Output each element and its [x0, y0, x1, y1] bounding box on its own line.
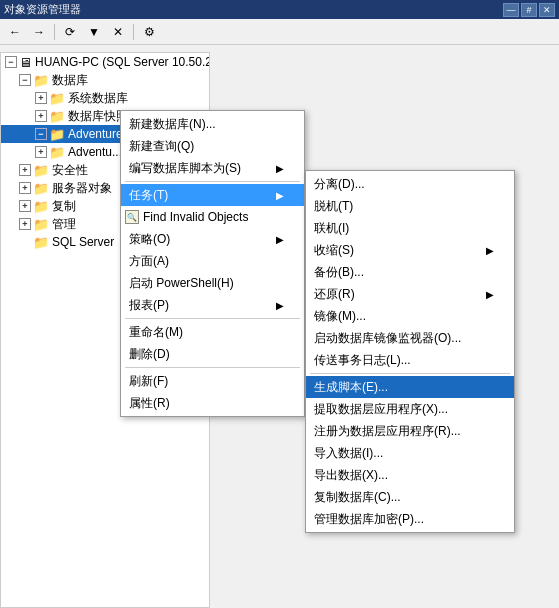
submenu-import-data[interactable]: 导入数据(I)...: [306, 442, 514, 464]
submenu-extract-dac[interactable]: 提取数据层应用程序(X)...: [306, 398, 514, 420]
menu-rename[interactable]: 重命名(M): [121, 321, 304, 343]
expand-databases[interactable]: −: [19, 74, 31, 86]
restore-arrow: ▶: [486, 289, 494, 300]
expand-replication[interactable]: +: [19, 200, 31, 212]
register-dac-label: 注册为数据层应用程序(R)...: [314, 423, 461, 440]
submenu-log-shipping[interactable]: 传送事务日志(L)...: [306, 349, 514, 371]
menu-properties[interactable]: 属性(R): [121, 392, 304, 414]
submenu-backup[interactable]: 备份(B)...: [306, 261, 514, 283]
replication-icon: 📁: [33, 199, 49, 214]
export-data-label: 导出数据(X)...: [314, 467, 388, 484]
submenu-register-dac[interactable]: 注册为数据层应用程序(R)...: [306, 420, 514, 442]
detach-label: 分离(D)...: [314, 176, 365, 193]
new-database-label: 新建数据库(N)...: [129, 116, 216, 133]
extract-dac-label: 提取数据层应用程序(X)...: [314, 401, 448, 418]
databases-label: 数据库: [52, 72, 88, 89]
submenu-shrink[interactable]: 收缩(S) ▶: [306, 239, 514, 261]
menu-new-database[interactable]: 新建数据库(N)...: [121, 113, 304, 135]
powershell-label: 启动 PowerShell(H): [129, 275, 234, 292]
submenu-generate-scripts[interactable]: 生成脚本(E)...: [306, 376, 514, 398]
replication-label: 复制: [52, 198, 76, 215]
expand-security[interactable]: +: [19, 164, 31, 176]
minimize-button[interactable]: —: [503, 3, 519, 17]
forward-button[interactable]: →: [28, 22, 50, 42]
system-db-icon: 📁: [49, 91, 65, 106]
tasks-label: 任务(T): [129, 187, 168, 204]
offline-label: 脱机(T): [314, 198, 353, 215]
adventu-icon: 📁: [49, 145, 65, 160]
submenu-restore[interactable]: 还原(R) ▶: [306, 283, 514, 305]
tree-item-server[interactable]: − 🖥 HUANG-PC (SQL Server 10.50.2500 - Hu…: [1, 53, 209, 71]
submenu-offline[interactable]: 脱机(T): [306, 195, 514, 217]
submenu-mirror[interactable]: 镜像(M)...: [306, 305, 514, 327]
shrink-arrow: ▶: [486, 245, 494, 256]
generate-scripts-label: 生成脚本(E)...: [314, 379, 388, 396]
toolbar-separator-2: [133, 24, 134, 40]
menu-script-db[interactable]: 编写数据库脚本为(S) ▶: [121, 157, 304, 179]
new-query-label: 新建查询(Q): [129, 138, 194, 155]
menu-new-query[interactable]: 新建查询(Q): [121, 135, 304, 157]
find-invalid-icon: 🔍: [125, 210, 139, 224]
submenu-manage-encryption[interactable]: 管理数据库加密(P)...: [306, 508, 514, 530]
adventu-label: Adventu...: [68, 145, 122, 159]
expand-adventureworks[interactable]: −: [35, 128, 47, 140]
back-button[interactable]: ←: [4, 22, 26, 42]
expand-management[interactable]: +: [19, 218, 31, 230]
pin-button[interactable]: #: [521, 3, 537, 17]
menu-refresh[interactable]: 刷新(F): [121, 370, 304, 392]
menu-sep-1: [125, 181, 300, 182]
tree-item-system-db[interactable]: + 📁 系统数据库: [1, 89, 209, 107]
menu-policy[interactable]: 策略(O) ▶: [121, 228, 304, 250]
server-icon: 🖥: [19, 55, 32, 70]
window-titlebar: 对象资源管理器 — # ✕: [0, 0, 559, 19]
submenu-sep-1: [310, 373, 510, 374]
window-controls[interactable]: — # ✕: [503, 3, 555, 17]
filter-button[interactable]: ▼: [83, 22, 105, 42]
window-title: 对象资源管理器: [4, 2, 81, 17]
copy-db-label: 复制数据库(C)...: [314, 489, 401, 506]
tree-item-databases[interactable]: − 📁 数据库: [1, 71, 209, 89]
toolbar: ← → ⟳ ▼ ✕ ⚙: [0, 19, 559, 45]
log-shipping-label: 传送事务日志(L)...: [314, 352, 411, 369]
context-menu: 新建数据库(N)... 新建查询(Q) 编写数据库脚本为(S) ▶ 任务(T) …: [120, 110, 305, 417]
find-invalid-label: Find Invalid Objects: [143, 210, 248, 224]
sqlserver-icon: 📁: [33, 235, 49, 250]
expand-snapshots[interactable]: +: [35, 110, 47, 122]
submenu-detach[interactable]: 分离(D)...: [306, 173, 514, 195]
submenu-export-data[interactable]: 导出数据(X)...: [306, 464, 514, 486]
menu-delete[interactable]: 删除(D): [121, 343, 304, 365]
online-label: 联机(I): [314, 220, 349, 237]
import-data-label: 导入数据(I)...: [314, 445, 383, 462]
backup-label: 备份(B)...: [314, 264, 364, 281]
settings-button[interactable]: ⚙: [138, 22, 160, 42]
script-db-arrow: ▶: [276, 163, 284, 174]
menu-reports[interactable]: 报表(P) ▶: [121, 294, 304, 316]
shrink-label: 收缩(S): [314, 242, 354, 259]
clear-button[interactable]: ✕: [107, 22, 129, 42]
submenu-mirror-monitor[interactable]: 启动数据库镜像监视器(O)...: [306, 327, 514, 349]
snapshots-icon: 📁: [49, 109, 65, 124]
expand-server[interactable]: −: [5, 56, 17, 68]
manage-encryption-label: 管理数据库加密(P)...: [314, 511, 424, 528]
menu-find-invalid[interactable]: 🔍 Find Invalid Objects: [121, 206, 304, 228]
server-objects-icon: 📁: [33, 181, 49, 196]
close-button[interactable]: ✕: [539, 3, 555, 17]
server-objects-label: 服务器对象: [52, 180, 112, 197]
menu-powershell[interactable]: 启动 PowerShell(H): [121, 272, 304, 294]
refresh-button[interactable]: ⟳: [59, 22, 81, 42]
submenu-copy-db[interactable]: 复制数据库(C)...: [306, 486, 514, 508]
rename-label: 重命名(M): [129, 324, 183, 341]
expand-system-db[interactable]: +: [35, 92, 47, 104]
expand-adventu[interactable]: +: [35, 146, 47, 158]
menu-tasks[interactable]: 任务(T) ▶: [121, 184, 304, 206]
management-icon: 📁: [33, 217, 49, 232]
system-db-label: 系统数据库: [68, 90, 128, 107]
tasks-arrow: ▶: [276, 190, 284, 201]
expand-server-objects[interactable]: +: [19, 182, 31, 194]
menu-facets[interactable]: 方面(A): [121, 250, 304, 272]
reports-label: 报表(P): [129, 297, 169, 314]
properties-label: 属性(R): [129, 395, 170, 412]
mirror-monitor-label: 启动数据库镜像监视器(O)...: [314, 330, 461, 347]
databases-icon: 📁: [33, 73, 49, 88]
submenu-online[interactable]: 联机(I): [306, 217, 514, 239]
